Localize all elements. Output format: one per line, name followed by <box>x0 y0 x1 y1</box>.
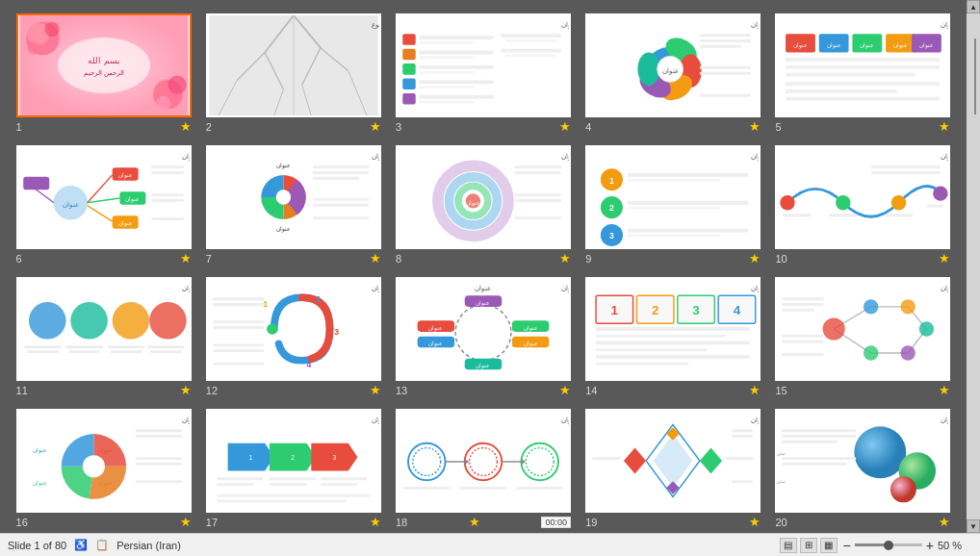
svg-rect-95 <box>151 171 184 174</box>
slide-item[interactable]: موضوع 2 ★ <box>203 13 383 134</box>
slide-meta: 3 ★ <box>396 119 571 134</box>
svg-point-218 <box>864 345 878 360</box>
svg-rect-283 <box>733 480 753 483</box>
svg-text:الرحمن الرحیم: الرحمن الرحیم <box>84 69 124 77</box>
svg-rect-74 <box>786 65 940 69</box>
slide-item[interactable]: عنوان عنوان عنوان عنوان عنوان <box>13 409 193 529</box>
slide-thumbnail[interactable]: عنوان عنوان عنوان <box>206 145 381 249</box>
slide-number: 13 <box>396 385 407 396</box>
slide-item[interactable]: عنوان <box>773 277 953 397</box>
slide-item[interactable]: عنوان عنوان عنوان عنوان عنوان <box>13 145 193 265</box>
slide-thumbnail[interactable]: عنوان 1 2 3 <box>206 409 381 513</box>
slide-thumbnail[interactable]: بسم الله الرحمن الرحیم <box>16 13 192 117</box>
slide-item[interactable]: عنوان 1 2 3 4 <box>203 277 383 397</box>
slide-thumbnail[interactable]: عنوان <box>585 409 761 513</box>
svg-text:1: 1 <box>611 303 619 317</box>
svg-rect-206 <box>596 355 750 359</box>
zoom-plus-button[interactable]: + <box>926 538 934 553</box>
slide-number: 7 <box>206 253 212 265</box>
zoom-level[interactable]: 50 % <box>938 540 972 551</box>
svg-rect-121 <box>515 216 561 219</box>
slide-item[interactable]: عنوان <box>583 409 763 529</box>
slide-item[interactable]: بسم الله الرحمن الرحیم 1 ★ <box>13 13 193 134</box>
slide-thumbnail[interactable]: عنوان عنوان عنوان عنوان عنوان <box>16 145 192 249</box>
svg-rect-155 <box>27 350 59 353</box>
accessibility-icon[interactable]: ♿ <box>74 539 88 551</box>
scroll-down-button[interactable]: ▼ <box>967 519 980 533</box>
svg-point-220 <box>901 345 916 360</box>
scroll-up-button[interactable]: ▲ <box>967 0 980 13</box>
slide-star: ★ <box>370 383 381 397</box>
svg-rect-235 <box>135 429 181 432</box>
slide-thumbnail[interactable]: عنوان 1 2 3 4 <box>585 277 761 381</box>
slide-thumbnail[interactable]: عنوان <box>775 277 950 381</box>
slide-item[interactable]: عنوان <box>13 277 193 397</box>
slide-item[interactable]: عنوان <box>393 409 573 529</box>
svg-text:موضوع: موضوع <box>372 21 379 29</box>
view-normal-button[interactable]: ▤ <box>780 538 797 553</box>
slide-thumbnail[interactable]: عنوان <box>396 13 571 117</box>
slide-item[interactable]: عنوان عنوان <box>583 13 763 134</box>
slide-thumbnail[interactable]: موضوع <box>206 13 381 117</box>
svg-rect-130 <box>628 173 748 177</box>
vertical-scrollbar[interactable]: ▲ ▼ <box>967 0 980 533</box>
svg-rect-239 <box>135 480 181 483</box>
slide-thumbnail[interactable]: عنوان <box>16 277 192 381</box>
slide-thumbnail[interactable]: عنوان <box>396 409 571 513</box>
slide-item[interactable]: عنوان <box>773 145 953 265</box>
slide-item[interactable]: عنوان عنوان <box>393 145 573 265</box>
slide-thumbnail[interactable]: عنوان عنوان عنوان عنوان عنوان <box>16 409 192 513</box>
slide-star: ★ <box>749 119 761 134</box>
slide-star: ★ <box>180 515 192 529</box>
svg-text:عنوان: عنوان <box>97 447 112 454</box>
slide-star: ★ <box>180 119 192 134</box>
zoom-slider[interactable] <box>855 543 922 546</box>
slide-meta: 10 ★ <box>775 251 950 265</box>
svg-rect-119 <box>515 193 561 196</box>
svg-point-3 <box>44 22 59 37</box>
slide-item[interactable]: عنوان 1 2 3 <box>203 409 383 529</box>
slide-thumbnail[interactable]: عنوان عنوان <box>396 145 571 249</box>
slide-item[interactable]: عنوان عنوان عنوان عنوان عنوان عنوان <box>393 277 573 397</box>
slide-thumbnail[interactable]: عنوان <box>775 409 950 513</box>
notes-icon[interactable]: 📋 <box>95 539 109 551</box>
svg-point-152 <box>112 302 149 340</box>
slide-item[interactable]: عنوان 1 2 3 4 <box>583 277 763 397</box>
svg-rect-78 <box>786 97 940 101</box>
slide-item[interactable]: عنوان 1 2 3 <box>583 145 763 265</box>
svg-rect-205 <box>596 348 708 351</box>
svg-text:عنوان: عنوان <box>33 447 47 454</box>
svg-rect-40 <box>420 101 476 104</box>
svg-rect-170 <box>213 303 264 306</box>
slide-item[interactable]: عنوان عنوان عنوان عنوان عنوان عنوان <box>773 13 953 134</box>
svg-point-4 <box>27 41 39 54</box>
svg-rect-36 <box>420 71 476 74</box>
slide-star: ★ <box>370 515 381 529</box>
svg-text:2: 2 <box>609 203 614 213</box>
svg-rect-29 <box>402 78 415 89</box>
slide-star: ★ <box>939 383 950 397</box>
slide-star: ★ <box>370 251 381 265</box>
slide-number: 19 <box>585 517 597 528</box>
slide-thumbnail[interactable]: عنوان عنوان عنوان عنوان عنوان عنوان <box>396 277 571 381</box>
svg-text:عنوان: عنوان <box>62 201 78 209</box>
slide-thumbnail[interactable]: عنوان 1 2 3 <box>585 145 761 249</box>
slide-item[interactable]: عنوان <box>773 409 953 529</box>
slide-meta: 6 ★ <box>16 251 192 265</box>
slide-item[interactable]: عنوان عنوان عنوان <box>203 145 383 265</box>
view-icons: ▤ ⊞ ▦ <box>780 538 838 553</box>
view-slide-button[interactable]: ▦ <box>820 538 838 553</box>
svg-rect-42 <box>505 39 556 42</box>
view-grid-button[interactable]: ⊞ <box>800 538 817 553</box>
slide-thumbnail[interactable]: عنوان عنوان <box>585 13 761 117</box>
slide-thumbnail[interactable]: عنوان عنوان عنوان عنوان عنوان عنوان <box>775 13 950 117</box>
slide-item[interactable]: عنوان <box>393 13 573 134</box>
zoom-minus-button[interactable]: − <box>843 538 851 553</box>
svg-text:عنوان: عنوان <box>827 42 841 49</box>
slide-panel[interactable]: بسم الله الرحمن الرحیم 1 ★ <box>0 0 967 533</box>
slide-thumbnail[interactable]: عنوان <box>775 145 950 249</box>
slide-thumbnail[interactable]: عنوان 1 2 3 4 <box>206 277 381 381</box>
svg-text:عنوان: عنوان <box>941 285 948 292</box>
svg-rect-43 <box>501 49 561 53</box>
svg-text:عنوان: عنوان <box>524 325 538 332</box>
